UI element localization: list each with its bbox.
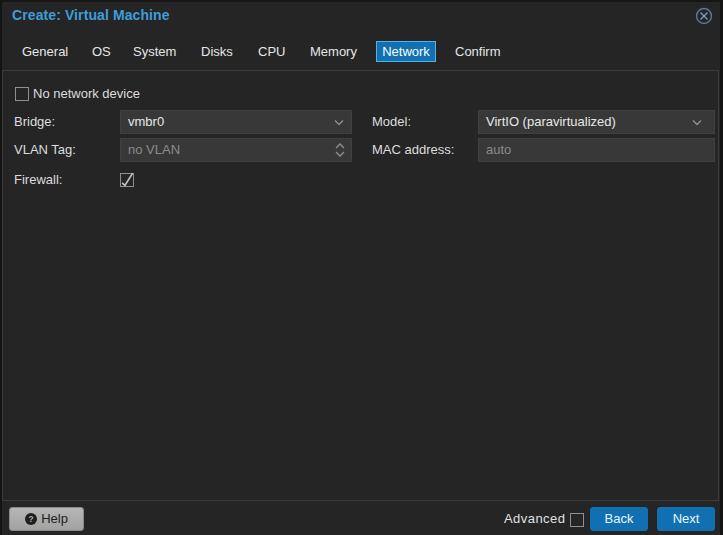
svg-text:?: ?	[29, 515, 34, 524]
